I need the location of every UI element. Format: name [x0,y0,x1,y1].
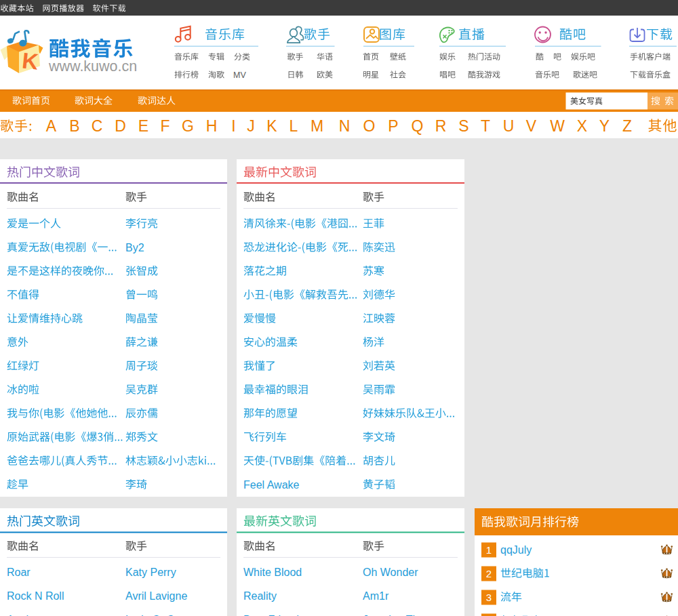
svg-text:3: 3 [486,592,492,603]
svg-text:Avril Lavigne: Avril Lavigne [125,590,187,602]
svg-text:N: N [339,117,351,135]
svg-text:www.kuwo.cn: www.kuwo.cn [48,58,137,75]
svg-text:S: S [458,117,468,135]
svg-text:U: U [503,117,515,135]
svg-text:Lady GaGa: Lady GaGa [125,614,181,616]
svg-text:Jasmine Thompson: Jasmine Thompson [363,614,457,616]
svg-text:By2: By2 [125,242,144,253]
svg-text:Oh Wonder: Oh Wonder [363,567,418,578]
svg-text:Q: Q [412,117,424,135]
svg-text:Applause: Applause [7,614,52,616]
svg-text:I: I [231,117,235,135]
svg-text:Am1r: Am1r [363,590,389,602]
svg-text:MV: MV [233,70,246,80]
svg-text:Best Friend: Best Friend [243,614,299,616]
svg-text:Feel Awake: Feel Awake [243,479,300,491]
svg-text:P: P [388,117,398,135]
svg-text:Roar: Roar [7,567,31,578]
svg-text:2: 2 [486,568,492,579]
svg-text:J: J [247,117,255,135]
svg-text:V: V [526,117,537,135]
svg-text:W: W [550,117,565,135]
svg-text:Katy Perry: Katy Perry [125,567,176,578]
svg-text:White Blood: White Blood [243,567,302,578]
svg-text:G: G [182,117,194,135]
svg-text:C: C [92,117,103,135]
svg-text:M: M [311,117,323,135]
svg-text:Reality: Reality [243,590,277,602]
svg-text:qqJuly: qqJuly [500,544,532,556]
svg-text:L: L [290,117,298,135]
svg-text:F: F [160,117,170,135]
svg-text:B: B [69,117,79,135]
svg-text:T: T [481,117,490,135]
svg-text:H: H [206,117,218,135]
svg-text:K: K [266,117,277,135]
svg-text:D: D [115,117,126,135]
svg-text:K: K [21,47,40,74]
svg-text:Y: Y [599,117,610,135]
svg-text:A: A [46,117,57,135]
svg-text:1: 1 [486,544,492,556]
svg-text:E: E [138,117,148,135]
svg-text:X: X [577,117,587,135]
svg-text:R: R [435,117,447,135]
svg-text:O: O [363,117,376,135]
svg-text:Rock N Roll: Rock N Roll [7,590,64,602]
svg-text:Z: Z [622,117,632,135]
